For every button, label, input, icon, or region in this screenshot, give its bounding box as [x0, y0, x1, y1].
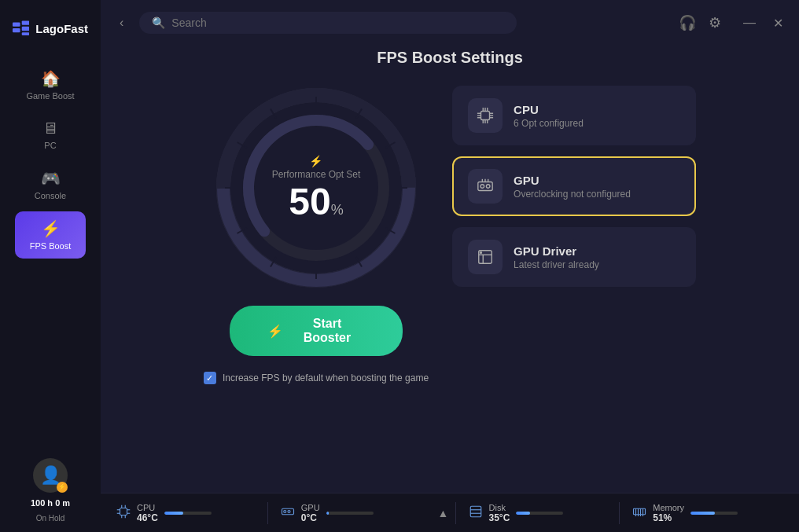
status-disk-bar — [516, 512, 563, 515]
svg-rect-61 — [634, 508, 646, 515]
user-time: 100 h 0 m — [31, 497, 70, 509]
gpu-driver-card-text: GPU Driver Latest driver already — [514, 244, 599, 270]
time-hours: 100 h 0 m — [31, 498, 70, 508]
gauge-center: ⚡ Performance Opt Set 50% — [272, 155, 361, 221]
logo-area: LagoFast — [0, 0, 101, 55]
status-memory-icon — [632, 504, 646, 522]
topbar: ‹ 🔍 🎧 ⚙ — ✕ — [101, 0, 799, 46]
close-button[interactable]: ✕ — [770, 14, 786, 32]
main: ‹ 🔍 🎧 ⚙ — ✕ FPS Boost Settings — [101, 0, 799, 532]
nav-items: 🏠 Game Boost 🖥 PC 🎮 Console ⚡ FPS Boost — [0, 55, 101, 265]
pc-icon: 🖥 — [42, 119, 58, 138]
svg-rect-23 — [481, 112, 490, 120]
topbar-actions: 🎧 ⚙ — ✕ — [679, 14, 786, 32]
status-cpu-fill — [164, 512, 183, 515]
minimize-button[interactable]: — — [740, 14, 759, 31]
status-gpu-bar — [326, 512, 374, 515]
start-booster-button[interactable]: ⚡ Start Booster — [230, 306, 403, 356]
gpu-card-title: GPU — [514, 174, 631, 187]
sidebar: LagoFast 🏠 Game Boost 🖥 PC 🎮 Console ⚡ F… — [0, 0, 101, 532]
start-booster-label: Start Booster — [289, 317, 365, 345]
expand-icon[interactable]: ▲ — [438, 507, 449, 519]
cpu-card-sub: 6 Opt configured — [514, 118, 584, 129]
gpu-driver-card[interactable]: GPU Driver Latest driver already — [452, 227, 696, 287]
status-memory-name: Memory — [653, 503, 684, 512]
sidebar-item-game-boost[interactable]: 🏠 Game Boost — [15, 61, 86, 108]
gauge-label: Performance Opt Set — [272, 169, 361, 180]
main-panel: ⚡ Performance Opt Set 50% ⚡ Start Booste… — [124, 86, 775, 384]
gpu-driver-card-icon — [468, 240, 503, 274]
gpu-card[interactable]: GPU Overclocking not configured — [452, 156, 696, 216]
fps-boost-icon: ⚡ — [41, 219, 61, 238]
status-cpu-val: 46°C — [137, 512, 158, 523]
status-memory-bar — [690, 512, 738, 515]
status-cpu-bar — [164, 512, 212, 515]
svg-rect-58 — [470, 506, 481, 517]
sidebar-item-fps-boost-label: FPS Boost — [30, 241, 72, 251]
sidebar-item-fps-boost[interactable]: ⚡ FPS Boost — [15, 211, 86, 259]
checkbox-row: ✓ Increase FPS by default when boosting … — [204, 372, 429, 384]
search-icon: 🔍 — [152, 17, 165, 29]
svg-point-56 — [284, 510, 286, 512]
avatar[interactable]: 👤 ⚡ — [33, 458, 68, 493]
sidebar-item-game-boost-label: Game Boost — [26, 91, 74, 101]
status-cpu-name: CPU — [137, 503, 158, 512]
status-memory: Memory 51% — [620, 503, 783, 523]
sidebar-item-pc[interactable]: 🖥 PC — [15, 112, 86, 158]
console-icon: 🎮 — [41, 169, 61, 188]
user-status: On Hold — [36, 514, 65, 523]
search-input[interactable] — [171, 17, 504, 29]
content: FPS Boost Settings — [101, 46, 799, 532]
status-cpu-icon — [116, 504, 131, 522]
gpu-driver-card-sub: Latest driver already — [514, 259, 599, 270]
search-bar[interactable]: 🔍 — [139, 12, 517, 34]
logo-text: LagoFast — [35, 22, 88, 35]
settings-icon[interactable]: ⚙ — [709, 14, 721, 31]
status-disk-icon — [469, 504, 483, 522]
start-booster-icon: ⚡ — [267, 324, 283, 339]
back-button[interactable]: ‹ — [113, 13, 130, 33]
cpu-card[interactable]: CPU 6 Opt configured — [452, 86, 696, 145]
status-cpu-info: CPU 46°C — [137, 503, 158, 523]
svg-point-37 — [481, 185, 484, 189]
status-gpu-icon — [281, 504, 295, 522]
page-title: FPS Boost Settings — [377, 49, 523, 67]
status-cpu: CPU 46°C — [116, 503, 267, 523]
avatar-badge: ⚡ — [57, 482, 68, 493]
fps-checkbox[interactable]: ✓ — [204, 372, 216, 384]
status-gpu-fill — [326, 512, 329, 515]
gauge-value: 50% — [289, 181, 343, 222]
gpu-card-text: GPU Overclocking not configured — [514, 174, 631, 200]
status-memory-val: 51% — [653, 512, 684, 523]
status-bar: CPU 46°C GPU 0°C — [101, 493, 799, 532]
game-boost-icon: 🏠 — [41, 69, 61, 88]
status-memory-fill — [690, 512, 715, 515]
headset-icon[interactable]: 🎧 — [679, 14, 696, 31]
status-gpu-val: 0°C — [301, 512, 320, 523]
gpu-card-sub: Overclocking not configured — [514, 189, 631, 200]
window-controls: — ✕ — [740, 14, 786, 32]
svg-rect-2 — [22, 20, 30, 24]
svg-point-45 — [481, 252, 482, 254]
svg-rect-1 — [13, 28, 20, 32]
svg-rect-3 — [22, 27, 30, 31]
fps-checkbox-label: Increase FPS by default when boosting th… — [223, 372, 429, 383]
sidebar-bottom: 👤 ⚡ 100 h 0 m On Hold — [31, 446, 70, 532]
sidebar-item-console-label: Console — [35, 191, 66, 200]
svg-rect-4 — [22, 32, 30, 35]
cpu-card-icon — [468, 98, 503, 133]
cpu-card-text: CPU 6 Opt configured — [514, 103, 584, 129]
status-disk-val: 35°C — [489, 512, 510, 523]
status-expand-area: ▲ — [432, 506, 455, 520]
gpu-card-icon — [468, 169, 503, 204]
svg-rect-46 — [120, 508, 127, 515]
status-disk-name: Disk — [489, 503, 510, 512]
cards-section: CPU 6 Opt configured GPU — [452, 86, 696, 287]
status-gpu-info: GPU 0°C — [301, 503, 320, 523]
sidebar-item-console[interactable]: 🎮 Console — [15, 161, 86, 208]
status-gpu: GPU 0°C — [268, 503, 432, 523]
sidebar-item-pc-label: PC — [44, 141, 56, 150]
status-disk-info: Disk 35°C — [489, 503, 510, 523]
status-disk: Disk 35°C — [456, 503, 620, 523]
svg-point-57 — [288, 510, 290, 512]
